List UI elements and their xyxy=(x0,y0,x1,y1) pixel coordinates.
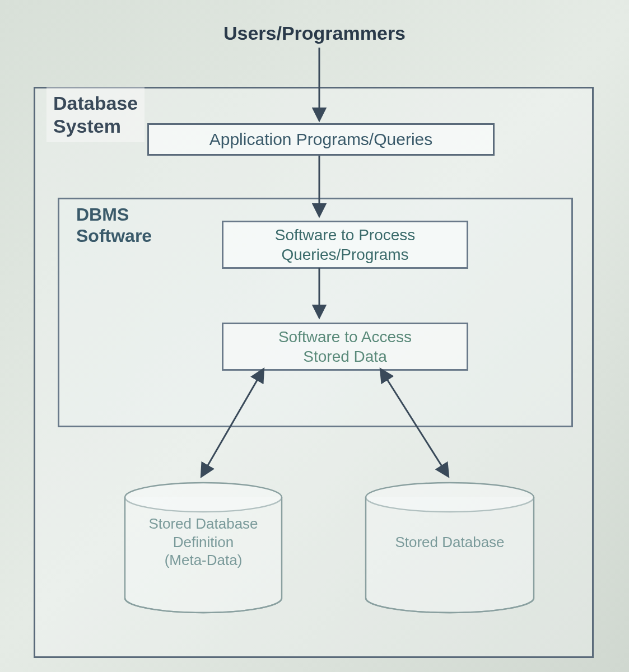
cyl-left-line1: Stored Database xyxy=(148,516,258,533)
dbms-software-container: DBMS Software Software to Process Querie… xyxy=(58,198,573,427)
cyl-left-line3: (Meta-Data) xyxy=(165,552,243,569)
stored-database-label: Stored Database xyxy=(369,533,530,552)
software-process-box: Software to Process Queries/Programs xyxy=(222,221,468,269)
database-system-label: Database System xyxy=(46,87,145,142)
dbms-software-label: DBMS Software xyxy=(71,200,157,250)
diagram-stage: Users/Programmers Database System Applic… xyxy=(0,0,629,672)
application-programs-box: Application Programs/Queries xyxy=(147,123,495,156)
access-line1: Software to Access xyxy=(278,328,412,346)
cyl-left-line2: Definition xyxy=(173,534,234,550)
access-line2: Stored Data xyxy=(303,348,386,365)
dbms-label-line1: DBMS xyxy=(76,204,129,225)
process-line2: Queries/Programs xyxy=(281,246,408,263)
cyl-right-text: Stored Database xyxy=(395,534,504,550)
dbms-label-line2: Software xyxy=(76,226,152,246)
application-programs-text: Application Programs/Queries xyxy=(209,130,433,149)
process-line1: Software to Process xyxy=(275,226,416,244)
database-system-container: Database System Application Programs/Que… xyxy=(34,87,594,658)
stored-database-cylinder: Stored Database xyxy=(360,480,539,615)
metadata-cylinder: Stored Database Definition (Meta-Data) xyxy=(119,480,287,615)
users-programmers-title: Users/Programmers xyxy=(223,22,406,44)
software-access-box: Software to Access Stored Data xyxy=(222,323,468,371)
db-system-label-line2: System xyxy=(53,115,121,137)
metadata-cylinder-label: Stored Database Definition (Meta-Data) xyxy=(128,515,279,570)
db-system-label-line1: Database xyxy=(53,92,138,114)
